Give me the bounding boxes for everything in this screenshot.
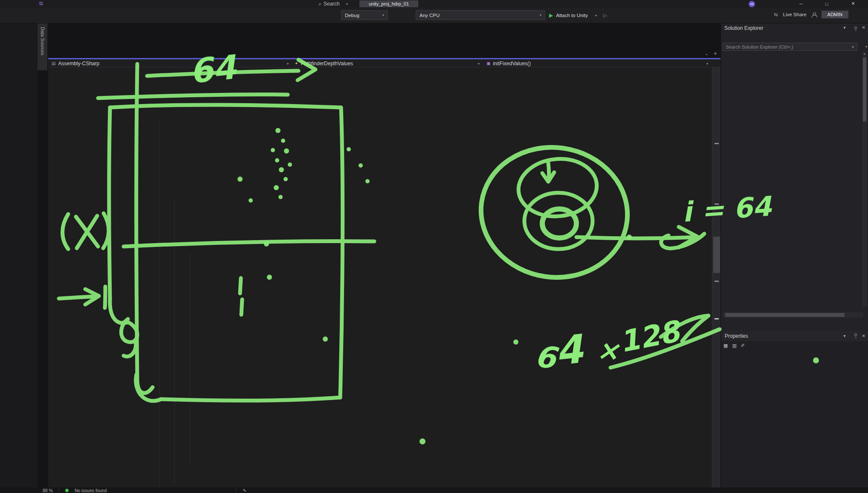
tool-window-tab-strip — [723, 319, 867, 330]
properties-panel: Properties ▾ ✕ ▦ ▥ ✐ — [720, 331, 868, 487]
indent-guide — [174, 200, 175, 484]
scrollbar-thumb[interactable] — [713, 237, 720, 273]
divider — [236, 488, 237, 492]
member-dropdown[interactable]: ▣ initFixedValues() — [486, 59, 531, 67]
status-bar: 88 % No issues found ✎ — [0, 487, 868, 493]
show-hidden-tabs-icon[interactable]: ⌄ — [705, 51, 708, 56]
solution-explorer-header-icons: ▾ ✕ — [844, 25, 865, 30]
scrollbar-mark — [715, 203, 719, 205]
scrollbar-thumb[interactable] — [863, 58, 866, 122]
minimize-button[interactable]: ─ — [794, 0, 808, 7]
left-dock-rail — [0, 23, 38, 487]
chevron-down-icon[interactable]: ▾ — [865, 45, 867, 49]
type-dropdown-value: PathfinderDepthValues — [301, 61, 353, 67]
maximize-button[interactable]: □ — [819, 0, 834, 7]
search-control[interactable]: ⌕ Search ▾ — [318, 0, 348, 8]
close-button[interactable]: ✕ — [846, 0, 860, 7]
document-tab-row-4: ⌄ ✛ — [48, 49, 720, 58]
properties-header-icons: ▾ ✕ — [844, 334, 865, 338]
health-indicator-icon — [65, 489, 69, 492]
project-dropdown-value: Assembly-CSharp — [58, 61, 99, 67]
project-name-box[interactable]: unity_proj_hdrp_01 — [359, 0, 418, 7]
main-toolbar: Debug▾ Any CPU▾ ▶ Attach to Unity ▾ ▷ ⇆ … — [0, 8, 868, 23]
search-label: Search — [324, 1, 340, 7]
admin-button[interactable]: ADMIN — [822, 11, 848, 18]
chevron-down-icon: ▾ — [346, 2, 348, 6]
float-dock-icon[interactable]: ✛ — [714, 51, 717, 56]
attach-to-unity-label: Attach to Unity — [556, 13, 588, 18]
play-icon: ▶ — [549, 12, 553, 18]
categorized-icon[interactable]: ▦ — [723, 343, 728, 348]
property-pages-icon[interactable]: ✐ — [741, 343, 745, 348]
member-dropdown-value: initFixedValues() — [493, 61, 530, 67]
user-avatar[interactable]: JS — [749, 1, 755, 7]
solution-explorer-toolbar — [723, 33, 867, 42]
scrollbar-mark — [715, 281, 719, 282]
debug-config-dropdown[interactable]: Debug▾ — [341, 10, 388, 20]
alphabetical-icon[interactable]: ▥ — [732, 343, 736, 348]
tree-vertical-scrollbar[interactable]: ▲ — [862, 52, 867, 307]
pin-icon[interactable] — [854, 334, 857, 336]
editor-vertical-scrollbar[interactable] — [712, 67, 720, 487]
document-tab-row-1 — [48, 23, 720, 32]
chevron-down-icon: ▾ — [382, 13, 384, 17]
solution-explorer-title: Solution Explorer — [724, 25, 763, 31]
person-icon — [812, 12, 816, 17]
data-sources-label: Data Sources — [40, 27, 45, 55]
chevron-down-icon[interactable]: ▾ — [844, 25, 846, 30]
minimize-icon: ─ — [799, 1, 803, 6]
close-icon[interactable]: ✕ — [862, 334, 865, 338]
user-initials: JS — [750, 2, 754, 6]
code-editor[interactable] — [48, 67, 720, 487]
indent-guide — [190, 253, 190, 467]
navigation-bar: ▤ Assembly-CSharp ▾ ✦ PathfinderDepthVal… — [48, 59, 720, 67]
close-icon[interactable]: ✕ — [862, 25, 865, 30]
tree-horizontal-scrollbar[interactable] — [723, 312, 863, 318]
live-share-icon: ⇆ — [774, 12, 778, 17]
close-icon: ✕ — [851, 1, 855, 6]
live-share-button[interactable]: Live Share — [783, 12, 807, 17]
solution-explorer-search-input[interactable]: Search Solution Explorer (Ctrl+;) ⌕ — [723, 43, 857, 51]
chevron-down-icon: ▾ — [540, 13, 541, 17]
visual-studio-logo-icon: ⧉ — [39, 0, 46, 7]
scrollbar-cursor-mark — [715, 318, 719, 319]
scrollbar-mark — [715, 143, 719, 144]
edit-mode-icon: ✎ — [243, 488, 246, 493]
indent-guide — [159, 122, 159, 487]
properties-toolbar: ▦ ▥ ✐ — [723, 343, 745, 348]
tab-row-overflow-icons: ⌄ ✛ — [705, 51, 717, 56]
type-dropdown[interactable]: ✦ PathfinderDepthValues — [295, 59, 353, 67]
document-tab-row-2 — [48, 32, 720, 41]
chevron-down-icon[interactable]: ▾ — [844, 334, 846, 338]
visual-studio-window: ⧉ ⌕ Search ▾ unity_proj_hdrp_01 JS ─ □ ✕… — [0, 0, 868, 493]
search-placeholder: Search Solution Explorer (Ctrl+;) — [726, 44, 793, 49]
scroll-up-icon[interactable]: ▲ — [863, 52, 866, 55]
chevron-down-icon: ▾ — [287, 62, 289, 66]
method-icon: ▣ — [486, 61, 490, 66]
search-icon: ⌕ — [318, 1, 321, 7]
start-without-debugging-icon[interactable]: ▷ — [603, 12, 607, 18]
title-bar: ⧉ ⌕ Search ▾ unity_proj_hdrp_01 JS ─ □ ✕ — [0, 0, 868, 8]
chevron-down-icon: ▾ — [706, 62, 708, 66]
debug-config-value: Debug — [345, 13, 359, 18]
properties-title: Properties — [725, 333, 748, 339]
project-name: unity_proj_hdrp_01 — [369, 1, 409, 6]
platform-value: Any CPU — [420, 13, 440, 18]
assembly-icon: ▤ — [52, 61, 55, 66]
solution-explorer-panel: Solution Explorer ▾ ✕ Search Solution Ex… — [720, 23, 868, 331]
pin-icon[interactable] — [854, 26, 857, 29]
toolbar-right-group: ⇆ Live Share ADMIN — [774, 11, 848, 18]
maximize-icon: □ — [825, 1, 828, 6]
attach-to-unity-button[interactable]: ▶ Attach to Unity ▾ ▷ — [549, 10, 607, 20]
document-tab-row-3 — [48, 41, 720, 49]
issues-status[interactable]: No issues found — [75, 488, 107, 493]
chevron-down-icon: ▾ — [595, 14, 597, 17]
divider — [59, 488, 59, 492]
zoom-level[interactable]: 88 % — [43, 488, 53, 493]
search-icon: ⌕ — [852, 44, 854, 49]
scrollbar-thumb[interactable] — [725, 313, 845, 317]
chevron-down-icon: ▾ — [478, 62, 480, 66]
platform-dropdown[interactable]: Any CPU▾ — [416, 10, 545, 20]
data-sources-tool-tab[interactable]: Data Sources — [38, 23, 47, 70]
project-dropdown[interactable]: ▤ Assembly-CSharp — [52, 59, 99, 67]
